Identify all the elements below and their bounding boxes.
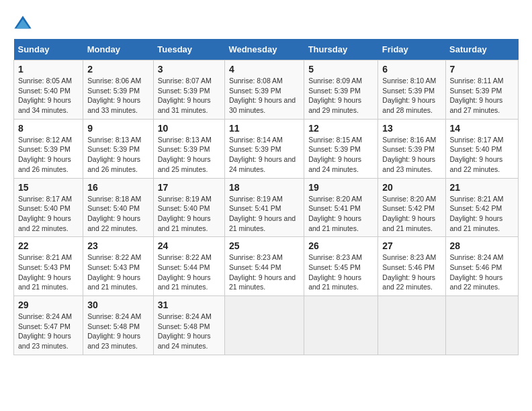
calendar-cell: 19 Sunrise: 8:20 AM Sunset: 5:41 PM Dayl…	[304, 178, 378, 237]
column-header-wednesday: Wednesday	[224, 39, 304, 60]
column-header-tuesday: Tuesday	[153, 39, 224, 60]
day-info: Sunrise: 8:22 AM Sunset: 5:44 PM Dayligh…	[158, 253, 212, 291]
day-number: 17	[158, 182, 220, 193]
column-header-friday: Friday	[378, 39, 445, 60]
day-info: Sunrise: 8:24 AM Sunset: 5:48 PM Dayligh…	[158, 312, 212, 350]
calendar-cell: 29 Sunrise: 8:24 AM Sunset: 5:47 PM Dayl…	[14, 296, 83, 355]
day-number: 19	[308, 182, 373, 193]
calendar-cell: 6 Sunrise: 8:10 AM Sunset: 5:39 PM Dayli…	[378, 60, 445, 120]
day-number: 31	[158, 300, 220, 310]
calendar-cell: 5 Sunrise: 8:09 AM Sunset: 5:39 PM Dayli…	[304, 60, 378, 120]
day-number: 6	[382, 64, 441, 75]
calendar-cell: 10 Sunrise: 8:13 AM Sunset: 5:39 PM Dayl…	[153, 119, 224, 178]
day-info: Sunrise: 8:19 AM Sunset: 5:40 PM Dayligh…	[158, 195, 212, 232]
calendar-cell: 27 Sunrise: 8:23 AM Sunset: 5:46 PM Dayl…	[378, 237, 445, 296]
day-number: 25	[229, 240, 300, 251]
day-number: 12	[308, 123, 373, 134]
calendar-cell: 2 Sunrise: 8:06 AM Sunset: 5:39 PM Dayli…	[83, 60, 154, 120]
day-number: 22	[18, 240, 79, 251]
calendar-cell: 18 Sunrise: 8:19 AM Sunset: 5:41 PM Dayl…	[224, 178, 304, 237]
column-header-saturday: Saturday	[445, 39, 519, 60]
day-info: Sunrise: 8:17 AM Sunset: 5:40 PM Dayligh…	[18, 195, 72, 232]
calendar-header-row: SundayMondayTuesdayWednesdayThursdayFrid…	[14, 39, 519, 60]
day-info: Sunrise: 8:09 AM Sunset: 5:39 PM Dayligh…	[308, 77, 362, 114]
day-info: Sunrise: 8:20 AM Sunset: 5:42 PM Dayligh…	[382, 195, 436, 232]
day-number: 24	[158, 240, 220, 251]
calendar-cell: 1 Sunrise: 8:05 AM Sunset: 5:40 PM Dayli…	[14, 60, 83, 120]
day-info: Sunrise: 8:16 AM Sunset: 5:39 PM Dayligh…	[382, 136, 436, 173]
calendar-cell: 8 Sunrise: 8:12 AM Sunset: 5:39 PM Dayli…	[14, 119, 83, 178]
calendar-cell: 21 Sunrise: 8:21 AM Sunset: 5:42 PM Dayl…	[445, 178, 519, 237]
calendar-cell	[378, 296, 445, 355]
day-info: Sunrise: 8:12 AM Sunset: 5:39 PM Dayligh…	[18, 136, 72, 173]
day-number: 4	[229, 64, 300, 75]
logo-icon	[13, 13, 32, 32]
day-number: 18	[229, 182, 300, 193]
day-number: 2	[87, 64, 149, 75]
column-header-monday: Monday	[83, 39, 154, 60]
day-number: 15	[18, 182, 79, 193]
day-number: 27	[382, 240, 441, 251]
day-info: Sunrise: 8:23 AM Sunset: 5:45 PM Dayligh…	[308, 253, 362, 291]
column-header-thursday: Thursday	[304, 39, 378, 60]
day-number: 21	[450, 182, 515, 193]
day-number: 1	[18, 64, 79, 75]
calendar-cell: 14 Sunrise: 8:17 AM Sunset: 5:40 PM Dayl…	[445, 119, 519, 178]
calendar-cell: 15 Sunrise: 8:17 AM Sunset: 5:40 PM Dayl…	[14, 178, 83, 237]
calendar-table: SundayMondayTuesdayWednesdayThursdayFrid…	[13, 39, 519, 355]
calendar-cell: 26 Sunrise: 8:23 AM Sunset: 5:45 PM Dayl…	[304, 237, 378, 296]
calendar-week-2: 8 Sunrise: 8:12 AM Sunset: 5:39 PM Dayli…	[14, 119, 519, 178]
day-info: Sunrise: 8:23 AM Sunset: 5:44 PM Dayligh…	[229, 253, 296, 291]
day-info: Sunrise: 8:20 AM Sunset: 5:41 PM Dayligh…	[308, 195, 362, 232]
calendar-cell: 20 Sunrise: 8:20 AM Sunset: 5:42 PM Dayl…	[378, 178, 445, 237]
day-info: Sunrise: 8:24 AM Sunset: 5:46 PM Dayligh…	[450, 253, 504, 291]
day-info: Sunrise: 8:21 AM Sunset: 5:43 PM Dayligh…	[18, 253, 72, 291]
day-info: Sunrise: 8:24 AM Sunset: 5:48 PM Dayligh…	[87, 312, 141, 350]
calendar-week-5: 29 Sunrise: 8:24 AM Sunset: 5:47 PM Dayl…	[14, 296, 519, 355]
day-number: 7	[450, 64, 515, 75]
day-info: Sunrise: 8:10 AM Sunset: 5:39 PM Dayligh…	[382, 77, 436, 114]
day-info: Sunrise: 8:08 AM Sunset: 5:39 PM Dayligh…	[229, 77, 296, 114]
calendar-cell: 17 Sunrise: 8:19 AM Sunset: 5:40 PM Dayl…	[153, 178, 224, 237]
day-info: Sunrise: 8:07 AM Sunset: 5:39 PM Dayligh…	[158, 77, 212, 114]
calendar-cell: 31 Sunrise: 8:24 AM Sunset: 5:48 PM Dayl…	[153, 296, 224, 355]
day-info: Sunrise: 8:22 AM Sunset: 5:43 PM Dayligh…	[87, 253, 141, 291]
calendar-cell	[304, 296, 378, 355]
calendar-cell	[445, 296, 519, 355]
column-header-sunday: Sunday	[14, 39, 83, 60]
calendar-cell: 22 Sunrise: 8:21 AM Sunset: 5:43 PM Dayl…	[14, 237, 83, 296]
day-number: 5	[308, 64, 373, 75]
calendar-cell: 23 Sunrise: 8:22 AM Sunset: 5:43 PM Dayl…	[83, 237, 154, 296]
calendar-week-1: 1 Sunrise: 8:05 AM Sunset: 5:40 PM Dayli…	[14, 60, 519, 120]
calendar-week-3: 15 Sunrise: 8:17 AM Sunset: 5:40 PM Dayl…	[14, 178, 519, 237]
day-number: 20	[382, 182, 441, 193]
day-number: 11	[229, 123, 300, 134]
day-info: Sunrise: 8:13 AM Sunset: 5:39 PM Dayligh…	[158, 136, 212, 173]
day-number: 29	[18, 300, 79, 310]
day-number: 14	[450, 123, 515, 134]
day-number: 16	[87, 182, 149, 193]
day-info: Sunrise: 8:05 AM Sunset: 5:40 PM Dayligh…	[18, 77, 72, 114]
day-info: Sunrise: 8:11 AM Sunset: 5:39 PM Dayligh…	[450, 77, 504, 114]
day-info: Sunrise: 8:15 AM Sunset: 5:39 PM Dayligh…	[308, 136, 362, 173]
day-number: 8	[18, 123, 79, 134]
day-info: Sunrise: 8:18 AM Sunset: 5:40 PM Dayligh…	[87, 195, 141, 232]
day-number: 9	[87, 123, 149, 134]
calendar-cell: 25 Sunrise: 8:23 AM Sunset: 5:44 PM Dayl…	[224, 237, 304, 296]
day-info: Sunrise: 8:24 AM Sunset: 5:47 PM Dayligh…	[18, 312, 72, 350]
day-number: 26	[308, 240, 373, 251]
day-info: Sunrise: 8:23 AM Sunset: 5:46 PM Dayligh…	[382, 253, 436, 291]
day-number: 13	[382, 123, 441, 134]
calendar-cell: 3 Sunrise: 8:07 AM Sunset: 5:39 PM Dayli…	[153, 60, 224, 120]
calendar-cell: 11 Sunrise: 8:14 AM Sunset: 5:39 PM Dayl…	[224, 119, 304, 178]
calendar-cell: 12 Sunrise: 8:15 AM Sunset: 5:39 PM Dayl…	[304, 119, 378, 178]
calendar-cell: 9 Sunrise: 8:13 AM Sunset: 5:39 PM Dayli…	[83, 119, 154, 178]
calendar-cell: 28 Sunrise: 8:24 AM Sunset: 5:46 PM Dayl…	[445, 237, 519, 296]
day-info: Sunrise: 8:13 AM Sunset: 5:39 PM Dayligh…	[87, 136, 141, 173]
day-info: Sunrise: 8:17 AM Sunset: 5:40 PM Dayligh…	[450, 136, 504, 173]
day-number: 30	[87, 300, 149, 310]
day-number: 28	[450, 240, 515, 251]
logo	[13, 13, 35, 32]
calendar-cell: 16 Sunrise: 8:18 AM Sunset: 5:40 PM Dayl…	[83, 178, 154, 237]
day-number: 23	[87, 240, 149, 251]
